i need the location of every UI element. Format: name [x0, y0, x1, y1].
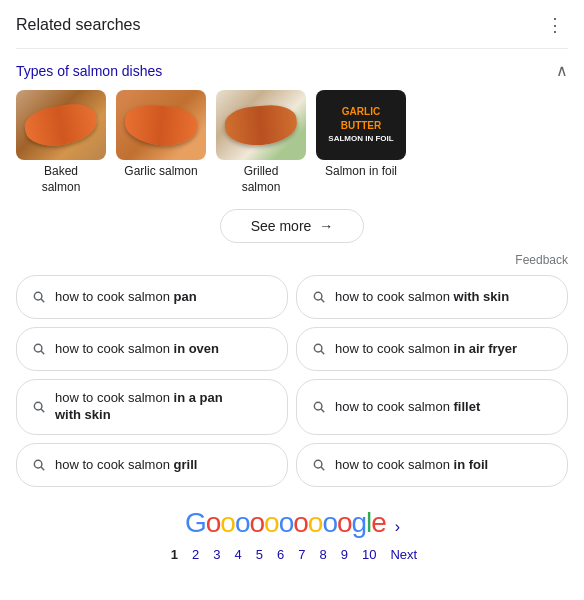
- logo-arrow: ›: [395, 518, 399, 535]
- logo-o3: o: [235, 507, 250, 538]
- page-1[interactable]: 1: [167, 545, 182, 564]
- page-7[interactable]: 7: [294, 545, 309, 564]
- see-more-button[interactable]: See more →: [220, 209, 365, 243]
- svg-point-12: [34, 460, 42, 468]
- suggestion-in-foil[interactable]: how to cook salmon in foil: [296, 443, 568, 487]
- search-icon-in-foil: [311, 457, 327, 473]
- svg-line-11: [321, 409, 324, 412]
- suggestions-grid: how to cook salmon pan how to cook salmo…: [16, 275, 568, 487]
- foil-text: GARLICBUTTERSALMON IN FOIL: [328, 105, 393, 144]
- suggestion-with-skin[interactable]: how to cook salmon with skin: [296, 275, 568, 319]
- page-2[interactable]: 2: [188, 545, 203, 564]
- collapse-icon[interactable]: ∧: [556, 61, 568, 80]
- svg-point-14: [314, 460, 322, 468]
- page-5[interactable]: 5: [252, 545, 267, 564]
- suggestion-pan[interactable]: how to cook salmon pan: [16, 275, 288, 319]
- card-grilled-salmon[interactable]: Grilledsalmon: [216, 90, 306, 195]
- baked-salmon-image: [16, 90, 106, 160]
- svg-point-8: [34, 402, 42, 410]
- card-baked-salmon[interactable]: Bakedsalmon: [16, 90, 106, 195]
- logo-o5: o: [264, 507, 279, 538]
- logo-o9: o: [322, 507, 337, 538]
- section-header: Related searches ⋮: [16, 12, 568, 38]
- svg-point-10: [314, 402, 322, 410]
- logo-o4: o: [249, 507, 264, 538]
- google-footer: Goooooooooogle › 1 2 3 4 5 6 7 8 9 10 Ne…: [16, 507, 568, 580]
- suggestion-pan-skin[interactable]: how to cook salmon in a panwith skin: [16, 379, 288, 435]
- types-row: Types of salmon dishes ∧: [16, 61, 568, 80]
- svg-line-15: [321, 467, 324, 470]
- logo-o8: o: [308, 507, 323, 538]
- header-divider: [16, 48, 568, 49]
- svg-line-1: [41, 299, 44, 302]
- logo-o1: o: [206, 507, 221, 538]
- arrow-right-icon: →: [319, 218, 333, 234]
- logo-o7: o: [293, 507, 308, 538]
- search-icon-air-fryer: [311, 341, 327, 357]
- see-more-label: See more: [251, 218, 312, 234]
- search-icon-grill: [31, 457, 47, 473]
- logo-g2: g: [352, 507, 367, 538]
- garlic-salmon-image: [116, 90, 206, 160]
- grilled-salmon-label: Grilledsalmon: [242, 164, 281, 195]
- search-icon-with-skin: [311, 289, 327, 305]
- page-6[interactable]: 6: [273, 545, 288, 564]
- garlic-salmon-label: Garlic salmon: [124, 164, 197, 180]
- logo-o10: o: [337, 507, 352, 538]
- suggestion-pan-skin-text: how to cook salmon in a panwith skin: [55, 390, 223, 424]
- page-8[interactable]: 8: [315, 545, 330, 564]
- pagination: 1 2 3 4 5 6 7 8 9 10 Next: [16, 545, 568, 564]
- salmon-foil-label: Salmon in foil: [325, 164, 397, 180]
- svg-line-5: [41, 351, 44, 354]
- svg-line-3: [321, 299, 324, 302]
- page-4[interactable]: 4: [231, 545, 246, 564]
- search-icon-fillet: [311, 399, 327, 415]
- google-logo: Goooooooooogle ›: [16, 507, 568, 539]
- search-icon-in-oven: [31, 341, 47, 357]
- types-label[interactable]: Types of salmon dishes: [16, 63, 162, 79]
- page-9[interactable]: 9: [337, 545, 352, 564]
- feedback-row: Feedback: [16, 253, 568, 267]
- suggestion-grill-text: how to cook salmon grill: [55, 457, 197, 474]
- salmon-foil-image: GARLICBUTTERSALMON IN FOIL: [316, 90, 406, 160]
- image-cards: Bakedsalmon Garlic salmon Grilledsalmon …: [16, 90, 568, 195]
- search-icon-pan-skin: [31, 399, 47, 415]
- svg-point-0: [34, 293, 42, 301]
- svg-line-9: [41, 409, 44, 412]
- baked-salmon-label: Bakedsalmon: [42, 164, 81, 195]
- more-options-icon[interactable]: ⋮: [542, 12, 568, 38]
- logo-o2: o: [220, 507, 235, 538]
- suggestion-grill[interactable]: how to cook salmon grill: [16, 443, 288, 487]
- logo-o6: o: [279, 507, 294, 538]
- page-10[interactable]: 10: [358, 545, 380, 564]
- svg-point-4: [34, 345, 42, 353]
- svg-line-13: [41, 467, 44, 470]
- svg-point-6: [314, 345, 322, 353]
- page-3[interactable]: 3: [209, 545, 224, 564]
- section-title: Related searches: [16, 16, 141, 34]
- feedback-link[interactable]: Feedback: [515, 253, 568, 267]
- logo-e: e: [371, 507, 386, 538]
- suggestion-fillet[interactable]: how to cook salmon fillet: [296, 379, 568, 435]
- suggestion-in-foil-text: how to cook salmon in foil: [335, 457, 488, 474]
- svg-line-7: [321, 351, 324, 354]
- suggestion-pan-text: how to cook salmon pan: [55, 289, 197, 306]
- suggestion-in-oven[interactable]: how to cook salmon in oven: [16, 327, 288, 371]
- suggestion-in-oven-text: how to cook salmon in oven: [55, 341, 219, 358]
- suggestion-with-skin-text: how to cook salmon with skin: [335, 289, 509, 306]
- suggestion-air-fryer[interactable]: how to cook salmon in air fryer: [296, 327, 568, 371]
- search-icon-pan: [31, 289, 47, 305]
- next-button[interactable]: Next: [390, 547, 417, 562]
- svg-point-2: [314, 293, 322, 301]
- grilled-salmon-image: [216, 90, 306, 160]
- logo-g: G: [185, 507, 206, 538]
- card-salmon-foil[interactable]: GARLICBUTTERSALMON IN FOIL Salmon in foi…: [316, 90, 406, 195]
- card-garlic-salmon[interactable]: Garlic salmon: [116, 90, 206, 195]
- see-more-container: See more →: [16, 209, 568, 243]
- suggestion-air-fryer-text: how to cook salmon in air fryer: [335, 341, 517, 358]
- suggestion-fillet-text: how to cook salmon fillet: [335, 399, 480, 416]
